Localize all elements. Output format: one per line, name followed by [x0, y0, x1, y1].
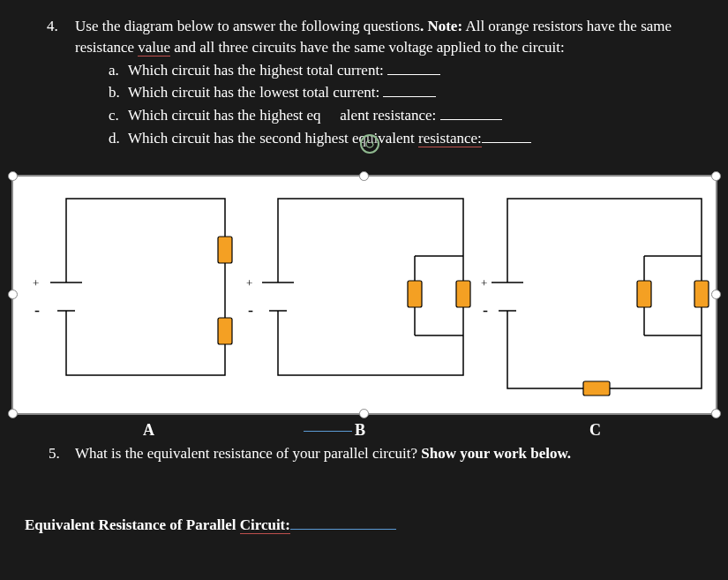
circuit-a: + - [33, 199, 232, 375]
q5-number: 5. [49, 443, 60, 464]
svg-text:-: - [34, 301, 40, 319]
plus-b: + [246, 276, 252, 290]
label-b: B [355, 419, 365, 441]
resize-handle-tl[interactable] [8, 171, 18, 181]
label-a: A [143, 419, 154, 441]
q4d-blank[interactable] [482, 128, 531, 143]
q5-text-a: What is the equivalent resistance of you… [75, 445, 421, 462]
svg-rect-6 [408, 281, 422, 307]
resize-handle-mr[interactable] [711, 290, 721, 299]
q4c-text-a: Which circuit has the highest eq [128, 107, 321, 124]
label-b-underline [304, 431, 352, 432]
page: 4. Use the diagram below to answer the f… [0, 0, 728, 580]
q4d: d.Which circuit has the second highest e… [109, 128, 706, 149]
q5-text-b: Show your work below. [421, 445, 571, 462]
question-4: 4. Use the diagram below to answer the f… [49, 16, 706, 149]
q4-intro-c: and all three circuits have the same vol… [170, 39, 565, 56]
refresh-svg [364, 139, 375, 149]
q4c: c.Which circuit has the highest equivale… [109, 105, 706, 126]
label-c: C [589, 419, 601, 441]
svg-marker-0 [372, 141, 373, 145]
svg-rect-1 [218, 237, 232, 263]
q4-intro-a: Use the diagram below to answer the foll… [75, 18, 420, 34]
svg-rect-13 [583, 381, 610, 395]
q4b: b.Which circuit has the lowest total cur… [109, 82, 706, 103]
equivalent-resistance-heading: Equivalent Resistance of Parallel Circui… [25, 515, 396, 536]
q4a-letter: a. [109, 60, 128, 81]
q4b-text: Which circuit has the lowest total curre… [128, 84, 379, 101]
q4d-letter: d. [109, 128, 128, 149]
svg-rect-11 [637, 281, 651, 307]
q5-body: What is the equivalent resistance of you… [75, 443, 706, 464]
question-5: 5. What is the equivalent resistance of … [49, 443, 706, 464]
q4b-blank[interactable] [383, 82, 436, 97]
svg-rect-12 [694, 281, 709, 307]
refresh-icon[interactable] [360, 134, 379, 154]
circuit-diagram-image[interactable]: + - + - [13, 177, 716, 413]
resize-handle-tm[interactable] [359, 171, 369, 181]
q4b-letter: b. [109, 82, 128, 103]
resize-handle-br[interactable] [711, 409, 721, 418]
q4c-text-b: alent resistance: [340, 107, 436, 124]
eqres-circuit: Circuit: [240, 516, 290, 534]
q4a-blank[interactable] [387, 60, 440, 75]
svg-rect-7 [456, 281, 470, 307]
svg-rect-2 [218, 318, 232, 344]
svg-text:-: - [483, 301, 488, 319]
q4-note-label: . Note: [420, 18, 462, 34]
q4-number: 4. [47, 16, 58, 37]
q4a-text: Which circuit has the highest total curr… [128, 62, 384, 79]
plus-a: + [33, 276, 39, 290]
eqres-blank[interactable] [290, 515, 396, 530]
plus-c: + [481, 276, 487, 290]
resize-handle-bl[interactable] [8, 409, 18, 418]
svg-text:-: - [248, 301, 253, 319]
eqres-prefix: Equivalent Resistance of Parallel [25, 516, 240, 533]
q4d-resistance-word: resistance: [418, 130, 482, 147]
resize-handle-ml[interactable] [8, 290, 18, 299]
q4c-blank[interactable] [440, 105, 502, 120]
circuit-svg: + - + - [13, 177, 716, 413]
circuit-c: + - [481, 199, 709, 395]
q4a: a.Which circuit has the highest total cu… [109, 60, 706, 81]
resize-handle-bm[interactable] [359, 409, 369, 418]
q4-value-word: value [138, 39, 170, 56]
circuit-b: + - [246, 199, 470, 375]
resize-handle-tr[interactable] [711, 171, 721, 181]
q4c-letter: c. [109, 105, 128, 126]
q4-body: Use the diagram below to answer the foll… [75, 16, 706, 149]
